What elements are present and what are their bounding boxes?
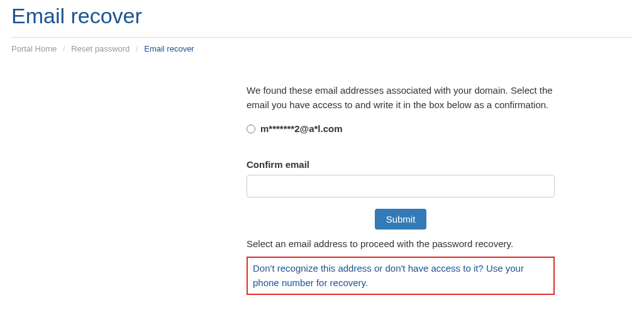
email-radio[interactable] [247,125,255,133]
confirm-email-label: Confirm email [247,159,555,170]
breadcrumb-reset-link[interactable]: Reset password [71,44,130,53]
breadcrumb-separator: / [136,44,138,53]
highlight-box: Don't recognize this address or don't ha… [247,257,555,295]
breadcrumb-home-link[interactable]: Portal Home [11,44,57,53]
intro-text: We found these email addresses associate… [247,84,555,112]
page-title: Email recover [11,4,633,28]
confirm-email-input[interactable] [247,175,555,197]
breadcrumb: Portal Home / Reset password / Email rec… [11,38,633,66]
email-option-row: m*******2@a*l.com [247,123,555,134]
breadcrumb-current: Email recover [144,44,194,53]
help-text: Select an email address to proceed with … [247,238,555,249]
submit-button[interactable]: Submit [375,209,427,230]
breadcrumb-separator: / [63,44,65,53]
phone-recovery-link[interactable]: Don't recognize this address or don't ha… [253,262,548,290]
main-content: We found these email addresses associate… [247,84,555,295]
button-row: Submit [247,209,555,230]
email-option-label[interactable]: m*******2@a*l.com [260,123,343,134]
